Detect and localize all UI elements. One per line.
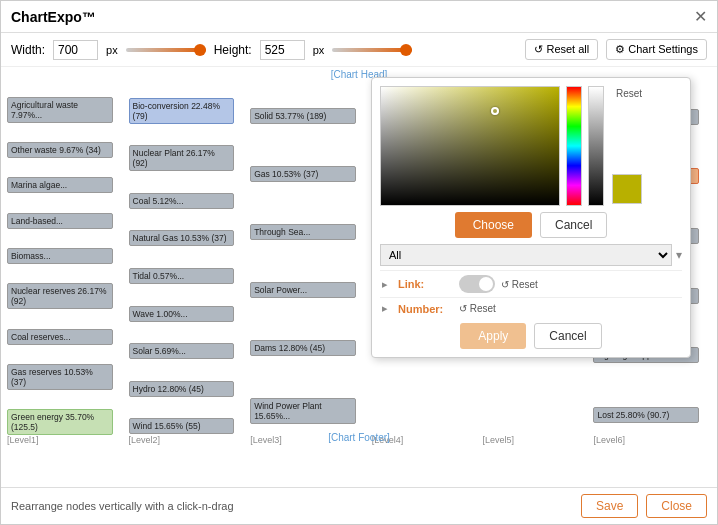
picker-bottom-actions: Apply Cancel xyxy=(380,319,682,349)
cancel-picker-button[interactable]: Cancel xyxy=(540,212,607,238)
bottom-hint: Rearrange nodes vertically with a click-… xyxy=(11,500,234,512)
level-1: Agricultural waste 7.97%... Other waste … xyxy=(5,85,127,447)
link-section: ▸ Link: ↺ Reset xyxy=(380,270,682,297)
reset-all-button[interactable]: ↺ Reset all xyxy=(525,39,598,60)
node-hydro[interactable]: Hydro 12.80% (45) xyxy=(129,381,235,397)
choose-button[interactable]: Choose xyxy=(455,212,532,238)
link-reset-button[interactable]: ↺ Reset xyxy=(501,279,538,290)
height-label: Height: xyxy=(214,43,252,57)
node-agri-waste[interactable]: Agricultural waste 7.97%... xyxy=(7,97,113,123)
chart-settings-button[interactable]: ⚙ Chart Settings xyxy=(606,39,707,60)
save-button[interactable]: Save xyxy=(581,494,638,518)
node-coal-reserves[interactable]: Coal reserves... xyxy=(7,329,113,345)
preview-section: Reset xyxy=(610,86,644,206)
window-title: ChartExpo™ xyxy=(11,9,96,25)
main-area: [Chart Head] Agricultural waste 7.97%...… xyxy=(1,67,717,487)
node-nuclear-plant[interactable]: Nuclear Plant 26.17% (92) xyxy=(129,145,235,171)
node-natural-gas[interactable]: Natural Gas 10.53% (37) xyxy=(129,230,235,246)
level-3-label: [Level3] xyxy=(250,435,282,445)
height-slider[interactable] xyxy=(332,48,412,52)
level-6-label: [Level6] xyxy=(593,435,625,445)
alpha-bar[interactable] xyxy=(588,86,604,206)
alpha-section xyxy=(588,86,604,206)
node-bio-conversion[interactable]: Bio-conversion 22.48% (79) xyxy=(129,98,235,124)
dropdown-chevron: ▾ xyxy=(676,248,682,262)
number-reset-button[interactable]: ↺ Reset xyxy=(459,303,496,314)
width-input[interactable] xyxy=(53,40,98,60)
level-5-label: [Level5] xyxy=(483,435,515,445)
width-slider[interactable] xyxy=(126,48,206,52)
number-label: Number: xyxy=(398,303,453,315)
node-solid[interactable]: Solid 53.77% (189) xyxy=(250,108,356,124)
bottom-buttons: Save Close xyxy=(581,494,707,518)
link-toggle[interactable] xyxy=(459,275,495,293)
toolbar: Width: px Height: px ↺ Reset all ⚙ Chart… xyxy=(1,33,717,67)
height-input[interactable] xyxy=(260,40,305,60)
node-solar-power[interactable]: Solar Power... xyxy=(250,282,356,298)
node-nuclear-reserves[interactable]: Nuclear reserves 26.17% (92) xyxy=(7,283,113,309)
hue-bar[interactable] xyxy=(566,86,582,206)
link-label: Link: xyxy=(398,278,453,290)
color-picker-top: Reset xyxy=(380,86,682,206)
color-picker-right xyxy=(566,86,582,206)
level-1-label: [Level1] xyxy=(7,435,39,445)
toolbar-right: ↺ Reset all ⚙ Chart Settings xyxy=(525,39,707,60)
node-through-sea[interactable]: Through Sea... xyxy=(250,224,356,240)
chart-footer: [Chart Footer] xyxy=(328,432,390,443)
node-dams[interactable]: Dams 12.80% (45) xyxy=(250,340,356,356)
node-other-waste[interactable]: Other waste 9.67% (34) xyxy=(7,142,113,158)
node-gas-reserves[interactable]: Gas reserves 10.53% (37) xyxy=(7,364,113,390)
node-coal[interactable]: Coal 5.12%... xyxy=(129,193,235,209)
gradient-cursor xyxy=(491,107,499,115)
level-2: Bio-conversion 22.48% (79) Nuclear Plant… xyxy=(127,85,249,447)
color-category-dropdown[interactable]: All Link Number xyxy=(380,244,672,266)
main-window: ChartExpo™ ✕ Width: px Height: px ↺ Rese… xyxy=(0,0,718,525)
node-wind[interactable]: Wind 15.65% (55) xyxy=(129,418,235,434)
close-icon[interactable]: ✕ xyxy=(694,7,707,26)
color-picker-actions: Choose Cancel xyxy=(380,212,682,238)
number-section: ▸ Number: ↺ Reset xyxy=(380,297,682,319)
px-label-2: px xyxy=(313,44,325,56)
node-wind-power-plant[interactable]: Wind Power Plant 15.65%... xyxy=(250,398,356,424)
dropdown-row: All Link Number ▾ xyxy=(380,244,682,266)
link-chevron: ▸ xyxy=(382,278,388,291)
width-label: Width: xyxy=(11,43,45,57)
node-tidal[interactable]: Tidal 0.57%... xyxy=(129,268,235,284)
node-land-based[interactable]: Land-based... xyxy=(7,213,113,229)
level-3: Solid 53.77% (189) Gas 10.53% (37) Throu… xyxy=(248,85,370,447)
node-marina-algae[interactable]: Marina algae... xyxy=(7,177,113,193)
node-lost[interactable]: Lost 25.80% (90.7) xyxy=(593,407,699,423)
color-picker: Reset Choose Cancel All Link Number ▾ xyxy=(371,77,691,358)
color-preview-box xyxy=(612,174,642,204)
node-green-energy[interactable]: Green energy 35.70% (125.5) xyxy=(7,409,113,435)
gradient-reset-button[interactable]: Reset xyxy=(616,88,642,99)
bottom-bar: Rearrange nodes vertically with a click-… xyxy=(1,487,717,524)
node-wave[interactable]: Wave 1.00%... xyxy=(129,306,235,322)
cancel-bottom-button[interactable]: Cancel xyxy=(534,323,601,349)
node-biomass[interactable]: Biomass... xyxy=(7,248,113,264)
apply-button[interactable]: Apply xyxy=(460,323,526,349)
close-button[interactable]: Close xyxy=(646,494,707,518)
color-gradient-box[interactable] xyxy=(380,86,560,206)
node-solar[interactable]: Solar 5.69%... xyxy=(129,343,235,359)
level-2-label: [Level2] xyxy=(129,435,161,445)
title-bar: ChartExpo™ ✕ xyxy=(1,1,717,33)
number-chevron: ▸ xyxy=(382,302,388,315)
px-label-1: px xyxy=(106,44,118,56)
node-gas[interactable]: Gas 10.53% (37) xyxy=(250,166,356,182)
